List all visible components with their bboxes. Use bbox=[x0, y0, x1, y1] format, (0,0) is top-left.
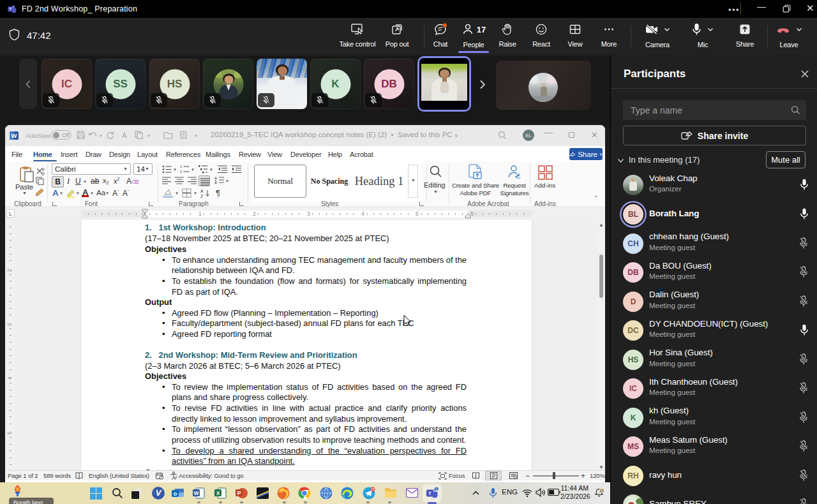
svg-text:25: 25 bbox=[371, 487, 375, 491]
svg-text:Z: Z bbox=[200, 194, 204, 198]
svg-text:X: X bbox=[216, 490, 220, 496]
svg-text:1: 1 bbox=[435, 487, 437, 491]
svg-text:W: W bbox=[193, 490, 199, 496]
svg-text:A: A bbox=[200, 189, 204, 193]
svg-text:23: 23 bbox=[599, 489, 604, 493]
svg-text:T: T bbox=[9, 7, 11, 11]
svg-text:T: T bbox=[428, 491, 431, 496]
svg-text:1: 1 bbox=[180, 165, 182, 168]
svg-text:2: 2 bbox=[180, 170, 182, 174]
svg-text:o: o bbox=[174, 491, 177, 497]
svg-text:P: P bbox=[237, 490, 241, 496]
svg-text:W: W bbox=[11, 132, 17, 139]
